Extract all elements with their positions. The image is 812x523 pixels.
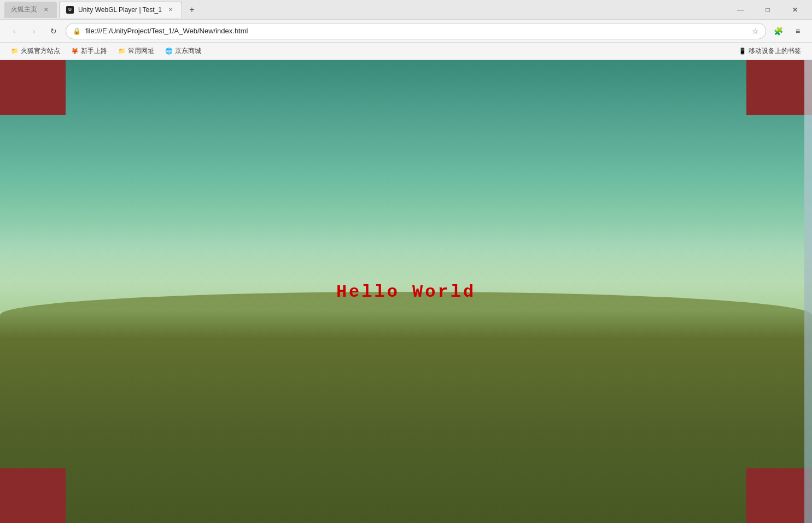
unity-tab-icon: U <box>66 6 74 14</box>
forward-button[interactable]: › <box>26 23 42 39</box>
minimize-button[interactable]: — <box>728 2 753 18</box>
bookmark-label-3: 京东商城 <box>175 46 201 56</box>
bookmark-jd[interactable]: 🌐 京东商城 <box>161 45 206 57</box>
content-area: Hello World <box>0 60 812 523</box>
url-text: file:///E:/UnityProject/Test_1/A_Web/New… <box>85 27 747 35</box>
close-button[interactable]: ✕ <box>782 2 808 18</box>
unity-canvas[interactable]: Hello World <box>0 60 812 523</box>
mobile-icon: 📱 <box>739 48 746 55</box>
address-bar: ‹ › ↻ 🔒 file:///E:/UnityProject/Test_1/A… <box>0 20 812 43</box>
bookmark-folder-icon-2: 📁 <box>118 48 126 55</box>
window-controls: — □ ✕ <box>728 2 808 18</box>
tab-unity-label: Unity WebGL Player | Test_1 <box>78 6 162 14</box>
corner-decoration-br <box>746 468 812 523</box>
bookmarks-bar: 📁 火狐官方站点 🦊 新手上路 📁 常用网址 🌐 京东商城 📱 移动设备上的书签 <box>0 43 812 60</box>
tab-unity-webgl[interactable]: U Unity WebGL Player | Test_1 ✕ <box>59 2 182 18</box>
bookmark-new-user[interactable]: 🦊 新手上路 <box>67 45 112 57</box>
browser-window: 火狐主页 ✕ U Unity WebGL Player | Test_1 ✕ +… <box>0 0 812 523</box>
tab-firefox-close-btn[interactable]: ✕ <box>42 5 50 14</box>
mobile-bookmarks-label: 移动设备上的书签 <box>749 46 801 56</box>
bookmark-folder-icon-0: 📁 <box>11 48 19 55</box>
hello-world-text: Hello World <box>336 281 476 302</box>
corner-decoration-tr <box>746 60 812 115</box>
tab-firefox-home[interactable]: 火狐主页 ✕ <box>4 2 57 18</box>
tab-unity-close-btn[interactable]: ✕ <box>166 5 175 14</box>
corner-decoration-bl <box>0 468 66 523</box>
new-tab-button[interactable]: + <box>184 2 200 17</box>
bookmark-label-1: 新手上路 <box>81 46 107 56</box>
title-bar: 火狐主页 ✕ U Unity WebGL Player | Test_1 ✕ +… <box>0 0 812 20</box>
url-security-icon: 🔒 <box>73 27 81 35</box>
extensions-button[interactable]: 🧩 <box>770 23 786 39</box>
refresh-button[interactable]: ↻ <box>46 23 61 39</box>
maximize-button[interactable]: □ <box>755 2 780 18</box>
menu-button[interactable]: ≡ <box>790 23 805 39</box>
corner-decoration-tl <box>0 60 66 115</box>
bookmark-firefox-official[interactable]: 📁 火狐官方站点 <box>7 45 65 57</box>
bookmark-common-sites[interactable]: 📁 常用网址 <box>114 45 159 57</box>
mobile-bookmarks-button[interactable]: 📱 移动设备上的书签 <box>734 45 805 57</box>
bookmarks-right: 📱 移动设备上的书签 <box>734 45 805 57</box>
bookmark-label-2: 常用网址 <box>128 46 154 56</box>
right-edge-overlay <box>804 60 812 523</box>
bookmark-star-icon[interactable]: ☆ <box>752 27 759 36</box>
tab-firefox-home-label: 火狐主页 <box>11 5 37 14</box>
bookmark-label-0: 火狐官方站点 <box>21 46 60 56</box>
bookmark-globe-icon: 🌐 <box>165 48 173 55</box>
back-button[interactable]: ‹ <box>7 23 22 39</box>
url-bar[interactable]: 🔒 file:///E:/UnityProject/Test_1/A_Web/N… <box>66 23 766 39</box>
bookmark-fox-icon: 🦊 <box>71 48 79 55</box>
